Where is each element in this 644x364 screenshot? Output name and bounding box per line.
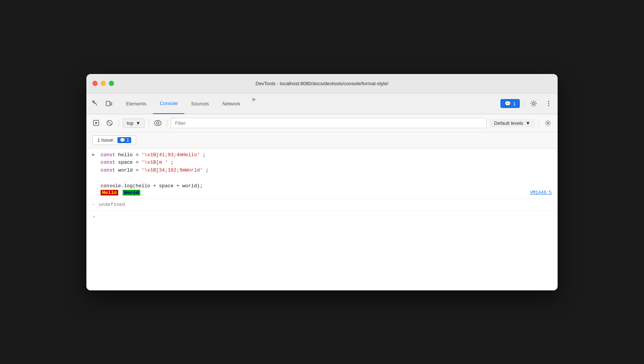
issues-count: 1 (513, 101, 516, 107)
tab-right-controls: 💬 1 (500, 98, 555, 109)
code-line-blank (101, 175, 552, 182)
issues-row: 1 Issue: 💬 1 (86, 132, 558, 148)
console-gear-icon (545, 120, 551, 126)
settings-button[interactable] (528, 98, 540, 109)
code-console-log: console.log(hello + space + world); (101, 183, 203, 189)
minimize-button[interactable] (101, 81, 106, 86)
toolbar-divider-4 (539, 119, 539, 127)
keyword-const-3: const (101, 167, 115, 173)
close-button[interactable] (92, 81, 98, 86)
issues-pill-button[interactable]: 1 Issue: 💬 1 (92, 135, 136, 145)
tab-network[interactable]: Network (216, 93, 247, 114)
tab-icons (89, 98, 115, 109)
code-content: const hello = '\x1B[41;93;4mHello' ; con… (101, 151, 552, 196)
tab-sources[interactable]: Sources (184, 93, 216, 114)
undefined-entry: ← undefined (86, 199, 558, 211)
svg-rect-1 (106, 101, 110, 106)
divider-1 (524, 100, 524, 107)
window-title: DevTools - localhost:8080/docs/devtools/… (255, 81, 389, 86)
tab-elements[interactable]: Elements (119, 93, 153, 114)
toolbar-divider-2 (148, 119, 149, 127)
issues-number: 1 (127, 138, 129, 143)
device-icon (105, 100, 112, 107)
issues-badge-icon: 💬 (505, 101, 511, 107)
svg-rect-2 (110, 103, 112, 105)
code-world-var: world = (118, 167, 141, 173)
more-tabs-button[interactable]: » (247, 93, 260, 105)
tabs-container: Elements Console Sources Network » (119, 93, 500, 114)
prompt-arrow-icon: › (92, 214, 95, 219)
console-settings-button[interactable] (543, 118, 553, 128)
issues-count-badge: 💬 1 (117, 137, 132, 143)
keyword-const-1: const (101, 152, 115, 158)
console-result-line: Hello World VM1446:5 (101, 190, 552, 195)
more-options-button[interactable] (543, 98, 555, 109)
device-toggle-button[interactable] (103, 98, 115, 109)
svg-point-4 (548, 101, 549, 102)
issues-badge-chat-icon: 💬 (120, 138, 125, 143)
traffic-lights (92, 81, 114, 86)
svg-line-10 (108, 121, 112, 125)
code-line-2: const space = '\x1B[m ' ; (101, 159, 552, 167)
svg-point-3 (533, 102, 535, 105)
context-selector[interactable]: top ▼ (123, 118, 145, 128)
eye-icon (154, 120, 162, 126)
code-line-5: console.log(hello + space + world); (101, 182, 552, 190)
svg-point-12 (157, 122, 159, 124)
dropdown-arrow-icon: ▼ (136, 120, 141, 126)
tab-bar: Elements Console Sources Network » 💬 (86, 93, 558, 114)
inspect-icon-button[interactable] (89, 98, 101, 109)
svg-marker-8 (95, 122, 98, 124)
inspect-icon (92, 100, 99, 107)
dropdown-icon: ▼ (525, 120, 530, 126)
return-arrow-icon: ← (92, 202, 95, 207)
world-output: World (123, 190, 140, 195)
log-levels-label: Default levels (494, 120, 523, 126)
svg-point-13 (547, 122, 549, 124)
kebab-icon (545, 100, 552, 107)
console-toolbar: top ▼ Default levels ▼ (86, 114, 558, 132)
code-line-3: const world = '\x1B[34;102;9mWorld' ; (101, 167, 552, 175)
hello-output: Hello (101, 190, 118, 195)
console-code-entry: ▶ const hello = '\x1B[41;93;4mHello' ; c… (86, 148, 558, 199)
console-output: ▶ const hello = '\x1B[41;93;4mHello' ; c… (86, 148, 558, 290)
keyword-const-2: const (101, 160, 115, 165)
console-prompt-line[interactable]: › (86, 211, 558, 222)
devtools-window: DevTools - localhost:8080/docs/devtools/… (86, 74, 558, 290)
toolbar-divider-3 (167, 119, 167, 127)
filter-input[interactable] (171, 118, 487, 128)
devtools-body: Elements Console Sources Network » 💬 (86, 93, 558, 290)
svg-point-11 (154, 120, 161, 126)
undefined-value: undefined (99, 202, 125, 207)
log-levels-button[interactable]: Default levels ▼ (490, 119, 535, 127)
gear-icon (530, 100, 537, 107)
context-label: top (127, 120, 134, 126)
toolbar-divider-1 (119, 119, 119, 127)
title-bar: DevTools - localhost:8080/docs/devtools/… (86, 74, 558, 93)
tab-console[interactable]: Console (153, 93, 184, 114)
code-world-val: '\x1B[34;102;9mWorld' (141, 167, 203, 173)
svg-point-5 (548, 103, 549, 104)
code-space-val: '\x1B[m ' (141, 160, 168, 165)
maximize-button[interactable] (109, 81, 114, 86)
file-link[interactable]: VM1446:5 (530, 190, 552, 195)
clear-errors-button[interactable] (104, 118, 115, 128)
issues-badge-button[interactable]: 💬 1 (500, 99, 520, 108)
live-expression-button[interactable] (153, 118, 163, 128)
play-icon (93, 120, 99, 126)
code-hello-val: '\x1B[41;93;4mHello' (141, 152, 200, 158)
code-space-var: space = (118, 160, 141, 165)
svg-point-6 (548, 105, 549, 106)
issues-label: 1 Issue: (97, 137, 114, 143)
block-icon (106, 120, 113, 126)
code-line-1: const hello = '\x1B[41;93;4mHello' ; (101, 151, 552, 159)
expand-arrow[interactable]: ▶ (92, 152, 97, 157)
code-hello-var: hello = (118, 152, 141, 158)
run-button[interactable] (91, 118, 101, 128)
